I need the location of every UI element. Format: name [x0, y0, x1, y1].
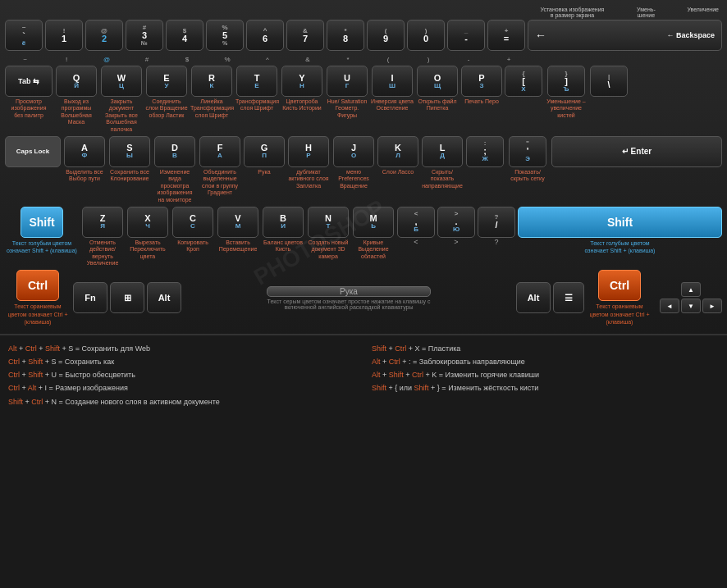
key-rbracket[interactable]: } ] Ъ — [547, 66, 585, 97]
key-q[interactable]: Q Й — [56, 66, 97, 97]
shortcut-5: Shift + Ctrl + N = Создание нового слоя … — [8, 395, 355, 408]
key-semicolon[interactable]: : ; Ж — [466, 136, 504, 167]
key-6[interactable]: ^ 6 — [246, 20, 284, 51]
key-x[interactable]: X Ч — [127, 207, 168, 238]
key-7[interactable]: & 7 — [286, 20, 324, 51]
key-alt-left[interactable]: Alt — [147, 282, 181, 313]
key-minus-wrapper: _ - — [447, 20, 485, 51]
nav-up[interactable]: ▲ — [681, 282, 701, 297]
key-equals[interactable]: + = — [487, 20, 525, 51]
key-a[interactable]: A Ф — [64, 136, 105, 167]
key-u[interactable]: U Г — [327, 66, 368, 97]
nav-left[interactable]: ◄ — [660, 299, 679, 313]
nav-down[interactable]: ▼ — [681, 299, 701, 313]
key-9-wrapper: ( 9 — [367, 20, 405, 51]
key-tilde[interactable]: ~ ` ё — [5, 20, 43, 51]
key-4[interactable]: $ 4 — [166, 20, 203, 51]
key-t[interactable]: T Е — [236, 66, 277, 97]
key-quote[interactable]: " ' Э — [509, 136, 546, 167]
key-9[interactable]: ( 9 — [367, 20, 405, 51]
key-3[interactable]: # 3 № — [126, 20, 163, 51]
space-hint: Текст серым цветом означает простое нажа… — [267, 299, 431, 310]
nav-row-top: ▲ — [660, 282, 722, 297]
key-comma[interactable]: < , Б — [397, 207, 435, 238]
key-ctrl-right[interactable]: Ctrl — [598, 270, 641, 301]
ctrl-right-label: Ctrl — [610, 279, 629, 292]
key-n[interactable]: N Т — [308, 207, 349, 238]
key-8[interactable]: * 8 — [327, 20, 364, 51]
key-fn[interactable]: Fn — [73, 282, 107, 313]
l-hint: Скрыть/ показать направляющие — [421, 169, 464, 189]
key-menu-wrapper: ☰ — [553, 282, 584, 313]
key-g[interactable]: G П — [244, 136, 285, 167]
key-l[interactable]: L Д — [422, 136, 463, 167]
asdf-row: Caps Lock A Ф Выделить все Выбор пути S … — [5, 136, 722, 203]
key-backslash[interactable]: | \ — [590, 66, 628, 97]
key-shift-right[interactable]: Shift — [518, 207, 722, 238]
key-slash[interactable]: ? / — [478, 207, 515, 238]
key-f-wrapper: F А Объединить выделенные слои в группу … — [199, 136, 241, 197]
key-menu[interactable]: ☰ — [553, 282, 584, 313]
key-b[interactable]: B И — [263, 207, 304, 238]
key-a-wrapper: A Ф Выделить все Выбор пути — [63, 136, 106, 183]
key-ctrl-right-wrapper: Ctrl Текст оранжевым цветом означает Ctr… — [587, 270, 652, 325]
key-f[interactable]: F А — [199, 136, 240, 167]
key-ctrl-left[interactable]: Ctrl — [16, 270, 59, 301]
key-q-wrapper: Q Й Выход из программы Волшебная Маска — [55, 66, 98, 126]
key-lbracket[interactable]: { [ Х — [505, 66, 542, 97]
key-tilde-ru: ё — [22, 40, 25, 47]
key-y[interactable]: Y Н — [281, 66, 322, 97]
c-hint: Копировать Кроп — [171, 239, 214, 253]
key-d[interactable]: D В — [154, 136, 195, 167]
key-enter[interactable]: ↵ Enter — [551, 136, 722, 167]
key-2[interactable]: @ 2 — [85, 20, 123, 51]
key-h[interactable]: H Р — [288, 136, 329, 167]
key-comma-wrapper: < , Б < — [397, 207, 435, 246]
shortcut-2: Ctrl + Shift + S = Сохранить как — [8, 355, 355, 368]
key-backspace[interactable]: ← ← Backspace — [528, 20, 722, 51]
x-hint: Вырезать Переключить цвета — [126, 239, 169, 260]
key-s[interactable]: S Ы — [109, 136, 150, 167]
key-period-wrapper: > . Ю > — [437, 207, 475, 246]
key-c[interactable]: C С — [172, 207, 213, 238]
z-hint: Отменить действие/ вернуть Увеличение — [81, 239, 124, 267]
key-z[interactable]: Z Я — [82, 207, 123, 238]
key-v[interactable]: V М — [217, 207, 258, 238]
key-r[interactable]: R К — [191, 66, 232, 97]
key-minus[interactable]: _ - — [447, 20, 485, 51]
key-w[interactable]: W Ц — [101, 66, 142, 97]
key-i[interactable]: I Ш — [372, 66, 413, 97]
bracket-hint: Уменьшение – увеличение кистей — [545, 98, 588, 119]
w-hint: Закрыть документ Закрыть все Волшебная п… — [100, 98, 143, 133]
key-e-wrapper: E У Соединить слои Вращение обзор Ластик — [145, 66, 188, 119]
key-c-wrapper: C С Копировать Кроп — [171, 207, 214, 253]
space-label: Рука — [340, 287, 358, 296]
key-p[interactable]: P З — [461, 66, 502, 97]
key-1[interactable]: ! 1 — [45, 20, 83, 51]
key-j[interactable]: J О — [333, 136, 374, 167]
key-m[interactable]: M Ь — [353, 207, 394, 238]
key-e[interactable]: E У — [146, 66, 187, 97]
key-shift-left[interactable]: Shift — [21, 207, 63, 238]
key-caps[interactable]: Caps Lock — [5, 136, 61, 167]
key-alt-right[interactable]: Alt — [516, 282, 551, 313]
key-0[interactable]: ) 0 — [407, 20, 445, 51]
key-u-wrapper: U Г Hue/ Saturation Геометр. Фигуры — [326, 66, 368, 119]
key-tab[interactable]: Tab ⇆ — [5, 66, 53, 97]
key-win[interactable]: ⊞ — [110, 282, 144, 313]
shift-right-hint: Текст голубым цветом означает Shift + (к… — [583, 239, 657, 254]
nav-right[interactable]: ► — [702, 299, 722, 313]
key-period[interactable]: > . Ю — [437, 207, 475, 238]
shortcut-9: Shift + { или Shift + } = Изменить жёстк… — [372, 381, 719, 394]
v-hint: Вставить Перемещение — [217, 239, 259, 253]
key-o[interactable]: O Щ — [417, 66, 458, 97]
key-enter-wrapper: ↵ Enter — [551, 136, 722, 167]
key-5[interactable]: % 5 % — [206, 20, 244, 51]
key-4-wrapper: $ 4 — [166, 20, 203, 51]
tab-hint: Просмотр изображения без палитр — [7, 98, 50, 119]
key-k[interactable]: K Л — [377, 136, 418, 167]
key-space[interactable]: Рука — [267, 286, 431, 297]
k-hint: Слои Лассо — [382, 169, 414, 175]
key-y-wrapper: Y Н Цветопроба Кисть Истории — [281, 66, 323, 112]
key-slash-wrapper: ? / ? — [478, 207, 515, 246]
